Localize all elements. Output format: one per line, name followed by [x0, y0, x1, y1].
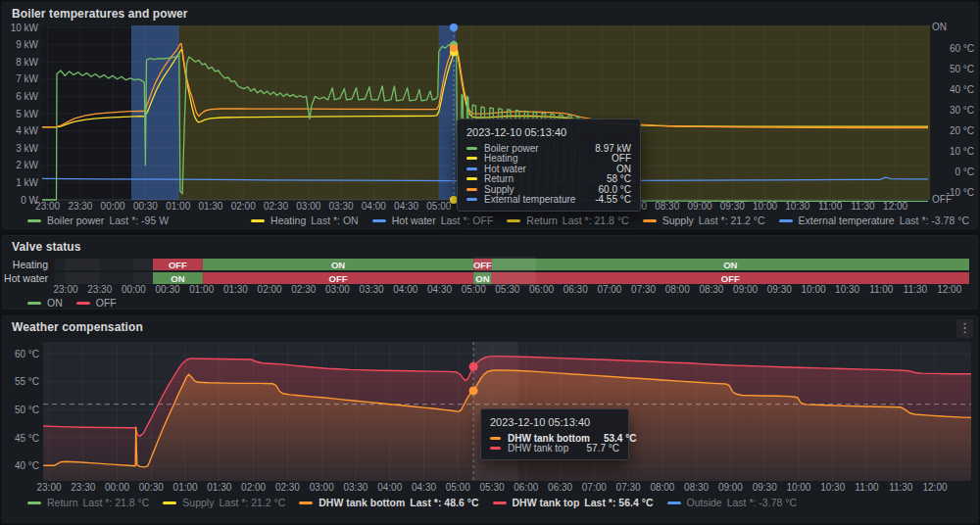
- svg-text:09:30: 09:30: [767, 284, 792, 295]
- svg-text:00:30: 00:30: [139, 482, 164, 493]
- svg-text:01:30: 01:30: [223, 284, 248, 295]
- svg-text:11:30: 11:30: [904, 284, 928, 295]
- svg-text:1 kW: 1 kW: [16, 177, 38, 188]
- legend-item-return[interactable]: ReturnLast *: 21.8 °C: [27, 497, 149, 508]
- svg-text:03:30: 03:30: [328, 201, 353, 212]
- svg-text:09:00: 09:00: [733, 284, 758, 295]
- svg-text:07:30: 07:30: [631, 284, 656, 295]
- panel-weather: Weather compensation ⋮ 60 °C55 °C50 °C45…: [2, 315, 978, 523]
- weather-legend: ReturnLast *: 21.8 °CSupplyLast *: 21.2 …: [27, 497, 797, 508]
- svg-text:03:00: 03:00: [310, 482, 334, 493]
- svg-text:4 kW: 4 kW: [16, 125, 38, 136]
- valve-state-timeline[interactable]: HeatingOFFONOFFONHot waterONOFFONOFF23:0…: [3, 236, 978, 297]
- svg-text:10 kW: 10 kW: [11, 23, 39, 33]
- legend-item-supply[interactable]: SupplyLast *: 21.2 °C: [163, 497, 285, 508]
- svg-text:10:00: 10:00: [801, 284, 825, 295]
- series-color-swatch: [507, 219, 520, 222]
- svg-text:02:30: 02:30: [264, 201, 288, 212]
- svg-text:03:00: 03:00: [325, 284, 350, 295]
- svg-text:04:30: 04:30: [394, 201, 418, 212]
- svg-text:01:00: 01:00: [166, 201, 190, 212]
- svg-text:OFF: OFF: [932, 194, 952, 205]
- legend-item-boiler-power[interactable]: Boiler powerLast *: -95 W: [27, 215, 169, 226]
- svg-text:08:30: 08:30: [655, 201, 679, 212]
- legend-item-supply[interactable]: SupplyLast *: 21.2 °C: [643, 215, 765, 226]
- svg-text:3 kW: 3 kW: [16, 143, 38, 154]
- svg-text:02:00: 02:00: [231, 201, 256, 212]
- svg-text:30 °C: 30 °C: [950, 105, 974, 116]
- svg-text:05:30: 05:30: [460, 201, 484, 212]
- svg-text:03:00: 03:00: [296, 201, 320, 212]
- svg-text:08:30: 08:30: [684, 482, 709, 493]
- svg-text:07:30: 07:30: [590, 201, 614, 212]
- panel-title-boiler[interactable]: Boiler temperatures and power: [12, 7, 188, 21]
- svg-text:ON: ON: [723, 260, 737, 270]
- svg-text:OFF: OFF: [329, 273, 348, 284]
- svg-text:06:30: 06:30: [564, 284, 588, 295]
- boiler-legend-left: Boiler powerLast *: -95 W: [27, 215, 169, 226]
- legend-item-hot-water[interactable]: Hot waterLast *: OFF: [372, 215, 494, 226]
- svg-text:10:00: 10:00: [753, 201, 777, 212]
- svg-text:40 °C: 40 °C: [950, 84, 974, 95]
- svg-text:50 °C: 50 °C: [15, 405, 39, 415]
- svg-text:08:00: 08:00: [665, 284, 690, 295]
- svg-text:23:30: 23:30: [71, 482, 95, 493]
- svg-text:07:00: 07:00: [582, 482, 607, 493]
- panel-boiler: Boiler temperatures and power 10 kW9 kW8…: [2, 2, 978, 229]
- svg-text:01:30: 01:30: [207, 482, 231, 493]
- series-color-swatch: [27, 219, 41, 222]
- legend-item-off[interactable]: OFF: [76, 297, 117, 309]
- svg-text:55 °C: 55 °C: [15, 376, 39, 387]
- panel-valve: Valve status HeatingOFFONOFFONHot waterO…: [2, 235, 978, 310]
- hover-dot: [450, 44, 458, 52]
- svg-text:Heating: Heating: [13, 259, 48, 270]
- legend-item-return[interactable]: ReturnLast *: 21.8 °C: [507, 215, 628, 226]
- legend-item-heating[interactable]: HeatingLast *: ON: [251, 215, 359, 226]
- boiler-legend-right: HeatingLast *: ONHot waterLast *: OFFRet…: [251, 215, 969, 226]
- boiler-chart[interactable]: 10 kW9 kW8 kW7 kW6 kW5 kW4 kW3 kW2 kW1 k…: [3, 3, 978, 213]
- svg-text:10:30: 10:30: [820, 482, 845, 493]
- legend-item-dhw-tank-top[interactable]: DHW tank topLast *: 56.4 °C: [493, 497, 654, 508]
- svg-text:23:00: 23:00: [53, 284, 77, 295]
- svg-text:OFF: OFF: [721, 273, 740, 284]
- hover-dot: [450, 24, 458, 31]
- legend-item-outside[interactable]: OutsideLast *: -3.78 °C: [667, 497, 798, 508]
- svg-text:06:00: 06:00: [514, 482, 538, 493]
- svg-text:5 kW: 5 kW: [16, 109, 38, 119]
- svg-text:07:00: 07:00: [557, 201, 581, 212]
- svg-text:40 °C: 40 °C: [15, 460, 39, 471]
- svg-text:00:30: 00:30: [133, 201, 158, 212]
- legend-item-external-temperature[interactable]: External temperatureLast *: -3.78 °C: [779, 215, 969, 226]
- valve-legend: ONOFF: [27, 297, 117, 309]
- svg-text:05:30: 05:30: [495, 284, 519, 295]
- series-color-swatch: [27, 501, 41, 504]
- kebab-icon[interactable]: ⋮: [956, 319, 973, 338]
- svg-text:8 kW: 8 kW: [16, 57, 38, 68]
- svg-text:05:00: 05:00: [462, 284, 486, 295]
- svg-text:07:00: 07:00: [597, 284, 621, 295]
- svg-text:12:00: 12:00: [883, 201, 907, 212]
- svg-text:60 °C: 60 °C: [15, 349, 39, 359]
- svg-text:10:00: 10:00: [786, 482, 810, 493]
- series-color-swatch: [372, 219, 386, 222]
- panel-title-weather[interactable]: Weather compensation: [12, 320, 143, 334]
- series-color-swatch: [667, 501, 681, 504]
- svg-text:04:30: 04:30: [427, 284, 452, 295]
- svg-text:50 °C: 50 °C: [950, 64, 974, 74]
- svg-text:10:30: 10:30: [835, 284, 859, 295]
- svg-text:7 kW: 7 kW: [16, 73, 38, 84]
- svg-text:00:00: 00:00: [101, 201, 125, 212]
- svg-text:04:00: 04:00: [393, 284, 417, 295]
- series-color-swatch: [251, 219, 265, 222]
- weather-chart[interactable]: 60 °C55 °C50 °C45 °C40 °C23:0023:3000:00…: [3, 316, 978, 494]
- legend-item-dhw-tank-bottom[interactable]: DHW tank bottomLast *: 48.6 °C: [299, 497, 478, 508]
- svg-text:23:00: 23:00: [35, 201, 60, 212]
- svg-text:08:00: 08:00: [650, 482, 674, 493]
- svg-text:9 kW: 9 kW: [16, 39, 38, 50]
- legend-item-on[interactable]: ON: [27, 297, 63, 309]
- panel-title-valve[interactable]: Valve status: [12, 240, 81, 254]
- hover-highlight-region: [473, 257, 536, 286]
- svg-text:23:30: 23:30: [68, 201, 92, 212]
- svg-text:12:00: 12:00: [922, 482, 947, 493]
- svg-text:06:30: 06:30: [524, 201, 549, 212]
